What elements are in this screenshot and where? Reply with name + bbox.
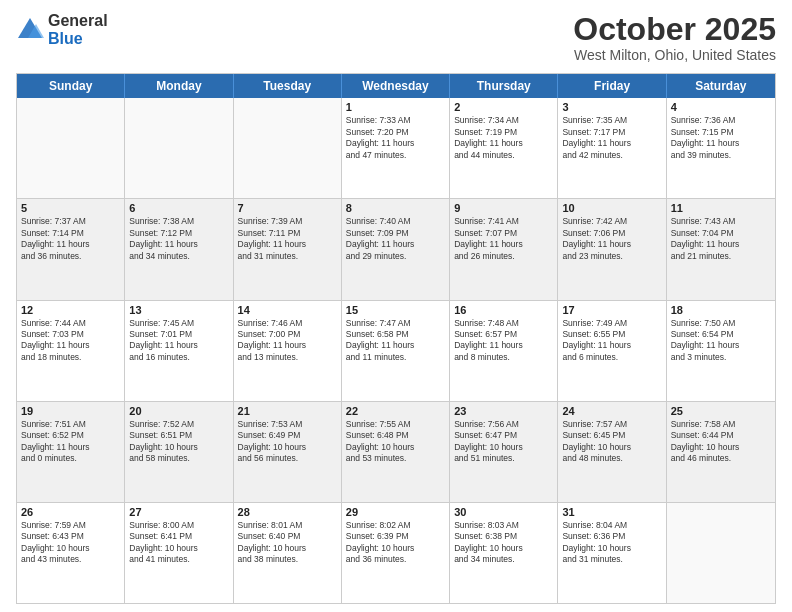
header-day-tuesday: Tuesday (234, 74, 342, 98)
day-number: 18 (671, 304, 771, 316)
cell-info: Sunrise: 7:36 AM Sunset: 7:15 PM Dayligh… (671, 115, 771, 161)
calendar-cell-r0c3: 1Sunrise: 7:33 AM Sunset: 7:20 PM Daylig… (342, 98, 450, 198)
day-number: 19 (21, 405, 120, 417)
cell-info: Sunrise: 7:57 AM Sunset: 6:45 PM Dayligh… (562, 419, 661, 465)
calendar-row-0: 1Sunrise: 7:33 AM Sunset: 7:20 PM Daylig… (17, 98, 775, 198)
day-number: 14 (238, 304, 337, 316)
calendar-cell-r3c0: 19Sunrise: 7:51 AM Sunset: 6:52 PM Dayli… (17, 402, 125, 502)
calendar-cell-r4c2: 28Sunrise: 8:01 AM Sunset: 6:40 PM Dayli… (234, 503, 342, 603)
day-number: 31 (562, 506, 661, 518)
day-number: 4 (671, 101, 771, 113)
header-day-wednesday: Wednesday (342, 74, 450, 98)
day-number: 13 (129, 304, 228, 316)
cell-info: Sunrise: 7:48 AM Sunset: 6:57 PM Dayligh… (454, 318, 553, 364)
calendar-cell-r3c6: 25Sunrise: 7:58 AM Sunset: 6:44 PM Dayli… (667, 402, 775, 502)
calendar-cell-r3c3: 22Sunrise: 7:55 AM Sunset: 6:48 PM Dayli… (342, 402, 450, 502)
calendar-row-4: 26Sunrise: 7:59 AM Sunset: 6:43 PM Dayli… (17, 502, 775, 603)
day-number: 28 (238, 506, 337, 518)
cell-info: Sunrise: 7:42 AM Sunset: 7:06 PM Dayligh… (562, 216, 661, 262)
page-header: General Blue October 2025 West Milton, O… (16, 12, 776, 63)
cell-info: Sunrise: 8:04 AM Sunset: 6:36 PM Dayligh… (562, 520, 661, 566)
calendar-cell-r2c1: 13Sunrise: 7:45 AM Sunset: 7:01 PM Dayli… (125, 301, 233, 401)
day-number: 2 (454, 101, 553, 113)
calendar-cell-r0c2 (234, 98, 342, 198)
calendar-cell-r0c4: 2Sunrise: 7:34 AM Sunset: 7:19 PM Daylig… (450, 98, 558, 198)
cell-info: Sunrise: 7:49 AM Sunset: 6:55 PM Dayligh… (562, 318, 661, 364)
cell-info: Sunrise: 7:45 AM Sunset: 7:01 PM Dayligh… (129, 318, 228, 364)
cell-info: Sunrise: 7:51 AM Sunset: 6:52 PM Dayligh… (21, 419, 120, 465)
day-number: 15 (346, 304, 445, 316)
day-number: 27 (129, 506, 228, 518)
cell-info: Sunrise: 7:59 AM Sunset: 6:43 PM Dayligh… (21, 520, 120, 566)
cell-info: Sunrise: 8:01 AM Sunset: 6:40 PM Dayligh… (238, 520, 337, 566)
day-number: 10 (562, 202, 661, 214)
cell-info: Sunrise: 7:43 AM Sunset: 7:04 PM Dayligh… (671, 216, 771, 262)
day-number: 23 (454, 405, 553, 417)
calendar-cell-r1c4: 9Sunrise: 7:41 AM Sunset: 7:07 PM Daylig… (450, 199, 558, 299)
calendar-cell-r4c4: 30Sunrise: 8:03 AM Sunset: 6:38 PM Dayli… (450, 503, 558, 603)
calendar-cell-r4c1: 27Sunrise: 8:00 AM Sunset: 6:41 PM Dayli… (125, 503, 233, 603)
header-day-monday: Monday (125, 74, 233, 98)
cell-info: Sunrise: 7:33 AM Sunset: 7:20 PM Dayligh… (346, 115, 445, 161)
page-container: General Blue October 2025 West Milton, O… (0, 0, 792, 612)
header-day-sunday: Sunday (17, 74, 125, 98)
logo-blue: Blue (48, 30, 108, 48)
day-number: 11 (671, 202, 771, 214)
calendar-body: 1Sunrise: 7:33 AM Sunset: 7:20 PM Daylig… (17, 98, 775, 603)
day-number: 30 (454, 506, 553, 518)
calendar-cell-r1c6: 11Sunrise: 7:43 AM Sunset: 7:04 PM Dayli… (667, 199, 775, 299)
cell-info: Sunrise: 7:53 AM Sunset: 6:49 PM Dayligh… (238, 419, 337, 465)
day-number: 8 (346, 202, 445, 214)
cell-info: Sunrise: 8:02 AM Sunset: 6:39 PM Dayligh… (346, 520, 445, 566)
calendar-cell-r4c6 (667, 503, 775, 603)
calendar-cell-r2c6: 18Sunrise: 7:50 AM Sunset: 6:54 PM Dayli… (667, 301, 775, 401)
cell-info: Sunrise: 7:56 AM Sunset: 6:47 PM Dayligh… (454, 419, 553, 465)
cell-info: Sunrise: 7:39 AM Sunset: 7:11 PM Dayligh… (238, 216, 337, 262)
calendar-cell-r0c6: 4Sunrise: 7:36 AM Sunset: 7:15 PM Daylig… (667, 98, 775, 198)
day-number: 6 (129, 202, 228, 214)
day-number: 9 (454, 202, 553, 214)
calendar-cell-r1c5: 10Sunrise: 7:42 AM Sunset: 7:06 PM Dayli… (558, 199, 666, 299)
logo-general: General (48, 12, 108, 30)
calendar-cell-r2c4: 16Sunrise: 7:48 AM Sunset: 6:57 PM Dayli… (450, 301, 558, 401)
calendar-cell-r4c0: 26Sunrise: 7:59 AM Sunset: 6:43 PM Dayli… (17, 503, 125, 603)
cell-info: Sunrise: 7:38 AM Sunset: 7:12 PM Dayligh… (129, 216, 228, 262)
cell-info: Sunrise: 7:41 AM Sunset: 7:07 PM Dayligh… (454, 216, 553, 262)
calendar-cell-r3c5: 24Sunrise: 7:57 AM Sunset: 6:45 PM Dayli… (558, 402, 666, 502)
day-number: 24 (562, 405, 661, 417)
day-number: 25 (671, 405, 771, 417)
day-number: 12 (21, 304, 120, 316)
calendar-cell-r3c1: 20Sunrise: 7:52 AM Sunset: 6:51 PM Dayli… (125, 402, 233, 502)
calendar-cell-r3c4: 23Sunrise: 7:56 AM Sunset: 6:47 PM Dayli… (450, 402, 558, 502)
calendar-row-3: 19Sunrise: 7:51 AM Sunset: 6:52 PM Dayli… (17, 401, 775, 502)
cell-info: Sunrise: 7:37 AM Sunset: 7:14 PM Dayligh… (21, 216, 120, 262)
calendar-row-2: 12Sunrise: 7:44 AM Sunset: 7:03 PM Dayli… (17, 300, 775, 401)
cell-info: Sunrise: 7:52 AM Sunset: 6:51 PM Dayligh… (129, 419, 228, 465)
calendar-cell-r0c5: 3Sunrise: 7:35 AM Sunset: 7:17 PM Daylig… (558, 98, 666, 198)
calendar-cell-r3c2: 21Sunrise: 7:53 AM Sunset: 6:49 PM Dayli… (234, 402, 342, 502)
title-block: October 2025 West Milton, Ohio, United S… (573, 12, 776, 63)
month-title: October 2025 (573, 12, 776, 47)
cell-info: Sunrise: 8:00 AM Sunset: 6:41 PM Dayligh… (129, 520, 228, 566)
calendar-cell-r0c1 (125, 98, 233, 198)
header-day-friday: Friday (558, 74, 666, 98)
cell-info: Sunrise: 7:35 AM Sunset: 7:17 PM Dayligh… (562, 115, 661, 161)
calendar-cell-r0c0 (17, 98, 125, 198)
logo: General Blue (16, 12, 108, 47)
logo-text: General Blue (48, 12, 108, 47)
day-number: 16 (454, 304, 553, 316)
cell-info: Sunrise: 7:46 AM Sunset: 7:00 PM Dayligh… (238, 318, 337, 364)
cell-info: Sunrise: 7:47 AM Sunset: 6:58 PM Dayligh… (346, 318, 445, 364)
header-day-saturday: Saturday (667, 74, 775, 98)
cell-info: Sunrise: 7:44 AM Sunset: 7:03 PM Dayligh… (21, 318, 120, 364)
day-number: 22 (346, 405, 445, 417)
day-number: 7 (238, 202, 337, 214)
calendar-cell-r1c0: 5Sunrise: 7:37 AM Sunset: 7:14 PM Daylig… (17, 199, 125, 299)
calendar-cell-r2c2: 14Sunrise: 7:46 AM Sunset: 7:00 PM Dayli… (234, 301, 342, 401)
calendar-cell-r1c1: 6Sunrise: 7:38 AM Sunset: 7:12 PM Daylig… (125, 199, 233, 299)
calendar-cell-r2c0: 12Sunrise: 7:44 AM Sunset: 7:03 PM Dayli… (17, 301, 125, 401)
cell-info: Sunrise: 8:03 AM Sunset: 6:38 PM Dayligh… (454, 520, 553, 566)
calendar: SundayMondayTuesdayWednesdayThursdayFrid… (16, 73, 776, 604)
calendar-cell-r1c3: 8Sunrise: 7:40 AM Sunset: 7:09 PM Daylig… (342, 199, 450, 299)
calendar-cell-r4c5: 31Sunrise: 8:04 AM Sunset: 6:36 PM Dayli… (558, 503, 666, 603)
